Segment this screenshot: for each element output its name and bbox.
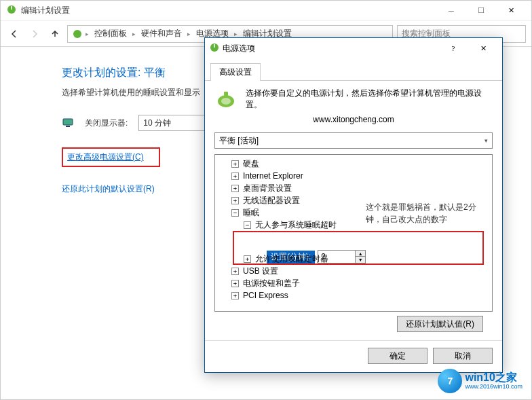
chevron-right-icon: ▸ [86, 31, 89, 37]
restore-row: 还原计划默认值(R) [214, 312, 493, 336]
expand-icon[interactable]: + [244, 255, 251, 263]
expand-icon[interactable]: + [231, 185, 239, 192]
svg-rect-2 [63, 119, 73, 125]
restore-defaults-button[interactable]: 还原计划默认值(R) [397, 316, 483, 332]
window-title: 编辑计划设置 [21, 5, 436, 16]
tree-item-power-button[interactable]: +电源按钮和盖子 [215, 277, 492, 289]
expand-icon[interactable]: + [231, 197, 239, 204]
tree-item-usb[interactable]: +USB 设置 [215, 265, 492, 277]
select-value: 10 分钟 [143, 117, 171, 129]
plan-value: 平衡 [活动] [219, 135, 259, 147]
collapse-icon[interactable]: − [231, 209, 239, 217]
chevron-down-icon: ▾ [484, 137, 488, 144]
maximize-button[interactable]: ☐ [466, 1, 496, 20]
tree-item-wake-timers[interactable]: +允许使用唤醒定时器 [215, 253, 492, 265]
chevron-right-icon: ▸ [132, 31, 136, 37]
window-controls: ─ ☐ ✕ [436, 1, 526, 20]
monitor-icon [62, 117, 74, 129]
watermark-text: win10之家 www.2016win10.com [465, 371, 522, 390]
ok-button[interactable]: 确定 [368, 348, 428, 364]
close-button[interactable]: ✕ [496, 1, 526, 20]
dialog-close-button[interactable]: ✕ [468, 39, 498, 58]
titlebar: 编辑计划设置 ─ ☐ ✕ [1, 1, 531, 21]
dialog-window-controls: ? ✕ [438, 39, 498, 58]
svg-rect-3 [66, 126, 70, 127]
watermark-logo: 7 [438, 369, 462, 393]
app-icon-small [72, 29, 83, 39]
minimize-button[interactable]: ─ [436, 1, 466, 20]
highlight-box: 更改高级电源设置(C) [62, 147, 160, 167]
tree-item-pci[interactable]: +PCI Express [215, 289, 492, 302]
dialog-body: 选择你要自定义的电源计划，然后选择你希望计算机管理的电源设置。 www.xito… [205, 81, 502, 336]
advanced-settings-link[interactable]: 更改高级电源设置(C) [67, 152, 144, 162]
expand-icon[interactable]: + [231, 268, 239, 275]
tab-strip: 高级设置 [205, 58, 502, 81]
expand-icon[interactable]: + [231, 280, 239, 287]
svg-point-1 [73, 30, 81, 38]
breadcrumb[interactable]: 硬件和声音 [138, 26, 185, 41]
intro-text: 选择你要自定义的电源计划，然后选择你希望计算机管理的电源设置。 [246, 88, 493, 111]
turn-off-display-label: 关闭显示器: [85, 117, 128, 129]
annotation-text: 这个就是罪魁祸首，默认是2分钟，自己改大点的数字 [366, 201, 481, 225]
dialog-title: 电源选项 [220, 43, 438, 54]
restore-plan-defaults-link[interactable]: 还原此计划的默认设置(R) [62, 184, 155, 194]
dialog-footer: 确定 取消 [205, 340, 502, 372]
breadcrumb[interactable]: 控制面板 [92, 26, 130, 41]
chevron-right-icon: ▸ [234, 31, 238, 37]
settings-tree[interactable]: +硬盘 +Internet Explorer +桌面背景设置 +无线适配器设置 … [214, 154, 493, 312]
url-text: www.xitongcheng.com [214, 115, 493, 124]
dialog-help-button[interactable]: ? [438, 39, 468, 58]
intro-row: 选择你要自定义的电源计划，然后选择你希望计算机管理的电源设置。 [214, 88, 493, 111]
power-icon [209, 42, 220, 55]
cancel-button[interactable]: 取消 [433, 348, 493, 364]
tree-item-hard-disk[interactable]: +硬盘 [215, 158, 492, 170]
battery-icon [214, 88, 238, 111]
up-button[interactable] [47, 26, 63, 42]
expand-icon[interactable]: + [231, 160, 239, 168]
expand-icon[interactable]: + [231, 172, 239, 180]
tree-item-ie[interactable]: +Internet Explorer [215, 170, 492, 182]
back-button[interactable] [6, 26, 22, 42]
collapse-icon[interactable]: − [244, 221, 251, 229]
dialog-titlebar[interactable]: 电源选项 ? ✕ [205, 38, 502, 58]
power-options-dialog: 电源选项 ? ✕ 高级设置 选择你要自定义的电源计划，然后选择你希望计算机管理的… [204, 37, 503, 373]
tree-item-desktop-bg[interactable]: +桌面背景设置 [215, 182, 492, 194]
forward-button[interactable] [26, 26, 43, 42]
tab-advanced[interactable]: 高级设置 [210, 63, 261, 81]
watermark-title: win10之家 [465, 371, 522, 384]
chevron-right-icon: ▸ [187, 31, 191, 37]
watermark: 7 win10之家 www.2016win10.com [438, 369, 522, 393]
svg-point-7 [221, 98, 231, 105]
plan-select[interactable]: 平衡 [活动] ▾ [214, 132, 493, 149]
watermark-url: www.2016win10.com [465, 384, 522, 390]
app-icon [6, 4, 17, 17]
expand-icon[interactable]: + [231, 292, 239, 299]
svg-rect-6 [224, 92, 228, 96]
